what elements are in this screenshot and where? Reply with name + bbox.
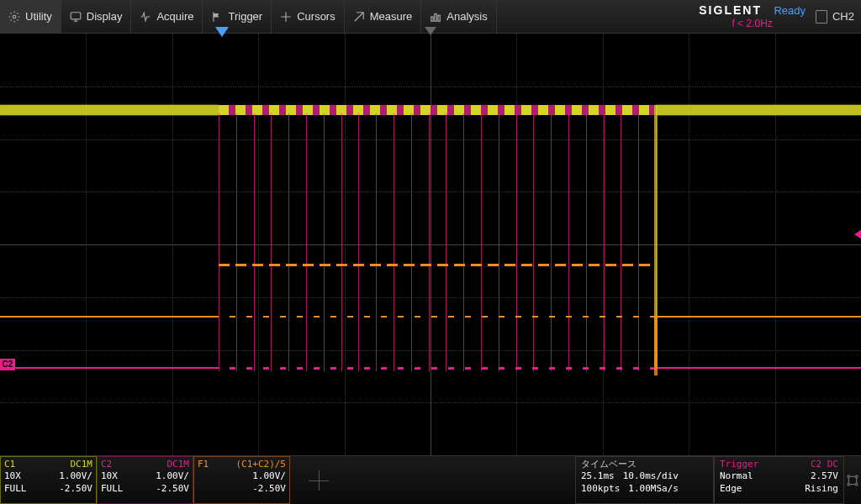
- c2-label: C2: [101, 459, 112, 470]
- menu-cursors-label: Cursors: [297, 10, 335, 23]
- svg-rect-4: [438, 15, 440, 21]
- analysis-icon: [430, 11, 441, 23]
- trigger-level: 2.57V: [811, 470, 838, 482]
- c1-label: C1: [4, 459, 15, 470]
- menu-measure-label: Measure: [370, 10, 413, 23]
- c2-bw: FULL: [101, 483, 124, 495]
- timebase-title: タイムベース: [581, 459, 708, 470]
- c2-coupling: DC1M: [167, 459, 190, 470]
- c2-waveform: [0, 367, 219, 369]
- active-channel-label: CH2: [832, 10, 854, 23]
- svg-point-0: [13, 15, 16, 18]
- c1-probe: 10X: [4, 470, 21, 482]
- menu-acquire[interactable]: Acquire: [131, 0, 203, 33]
- active-channel-box[interactable]: CH2: [816, 10, 854, 24]
- document-icon: [816, 10, 827, 24]
- frequency-readout: f < 2.0Hz: [732, 18, 772, 29]
- menu-analysis-label: Analysis: [446, 10, 487, 23]
- ready-status: Ready: [774, 4, 806, 17]
- svg-rect-3: [435, 13, 436, 21]
- svg-rect-2: [431, 17, 433, 21]
- acquire-icon: [140, 11, 151, 23]
- brand-box: SIGLENT Ready f < 2.0Hz: [699, 3, 806, 29]
- flag-icon: [211, 11, 223, 23]
- timebase-mem: 100kpts: [581, 483, 620, 495]
- trigger-source: C2 DC: [811, 459, 838, 470]
- menu-display[interactable]: Display: [61, 0, 132, 33]
- crosshair-indicator: [290, 456, 347, 504]
- f1-formula: (C1+C2)/5: [235, 459, 286, 470]
- c1-waveform: [0, 105, 219, 115]
- bottom-status-bar: C1DC1M 10X1.00V/ FULL-2.50V C2DC1M 10X1.…: [0, 455, 861, 504]
- menu-utility[interactable]: Utility: [0, 0, 61, 33]
- f1-waveform-right: [656, 316, 861, 318]
- c2-waveform-right: [656, 367, 861, 369]
- f1-offset: -2.50V: [252, 483, 286, 495]
- network-icon[interactable]: [844, 456, 861, 504]
- scope-display[interactable]: C2: [0, 34, 861, 455]
- monitor-icon: [70, 11, 82, 23]
- c2-vdiv: 1.00V/: [156, 470, 189, 482]
- trigger-panel[interactable]: TriggerC2 DC Normal2.57V EdgeRising: [714, 456, 844, 504]
- menu-display-label: Display: [87, 10, 123, 23]
- cursors-icon: [280, 11, 292, 23]
- c1-vdiv: 1.00V/: [59, 470, 92, 482]
- svg-point-6: [855, 475, 858, 478]
- f1-edge: [654, 316, 658, 375]
- trigger-level-marker[interactable]: [854, 228, 861, 241]
- status-area: SIGLENT Ready f < 2.0Hz CH2: [692, 0, 861, 33]
- c2-panel[interactable]: C2DC1M 10X1.00V/ FULL-2.50V: [97, 456, 193, 504]
- timebase-sa: 1.00MSa/s: [628, 483, 679, 495]
- timebase-tdiv: 10.0ms/div: [623, 470, 679, 482]
- f1-waveform: [0, 316, 219, 318]
- svg-point-7: [848, 483, 850, 486]
- menu-measure[interactable]: Measure: [345, 0, 422, 33]
- c1-bw: FULL: [4, 483, 27, 495]
- trigger-title: Trigger: [720, 459, 758, 470]
- menu-utility-label: Utility: [25, 10, 52, 23]
- timebase-delay: 25.1ms: [581, 470, 615, 482]
- measure-icon: [353, 11, 365, 23]
- crosshair-icon: [309, 470, 329, 491]
- c1-coupling: DC1M: [71, 459, 93, 470]
- c1-offset: -2.50V: [59, 483, 92, 495]
- menu-trigger[interactable]: Trigger: [203, 0, 272, 33]
- svg-rect-1: [71, 12, 81, 18]
- svg-point-5: [848, 475, 850, 478]
- f1-vdiv: 1.00V/: [252, 470, 286, 482]
- menu-cursors[interactable]: Cursors: [272, 0, 345, 33]
- c2-offset: -2.50V: [156, 483, 189, 495]
- menu-trigger-label: Trigger: [228, 10, 262, 23]
- c1-waveform-right: [656, 105, 861, 115]
- trigger-slope: Rising: [805, 483, 838, 495]
- svg-point-8: [855, 483, 858, 486]
- trigger-mode: Normal: [720, 470, 753, 482]
- menu-acquire-label: Acquire: [156, 10, 193, 23]
- brand-label: SIGLENT: [699, 3, 762, 17]
- timebase-panel[interactable]: タイムベース 25.1ms10.0ms/div 100kpts1.00MSa/s: [575, 456, 714, 504]
- c2-probe: 10X: [101, 470, 118, 482]
- gear-icon: [8, 11, 20, 23]
- f1-panel[interactable]: F1(C1+C2)/5 1.00V/ -2.50V: [193, 456, 290, 504]
- trigger-type: Edge: [720, 483, 742, 495]
- f1-label: F1: [198, 459, 209, 470]
- c1-panel[interactable]: C1DC1M 10X1.00V/ FULL-2.50V: [0, 456, 97, 504]
- burst-zone: [219, 34, 656, 455]
